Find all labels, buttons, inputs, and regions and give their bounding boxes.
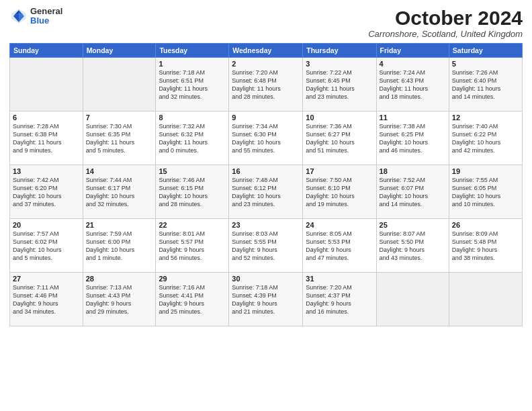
- day-number: 18: [380, 167, 446, 175]
- logo: General Blue: [9, 7, 62, 26]
- day-info: Sunrise: 7:20 AM Sunset: 6:48 PM Dayligh…: [232, 68, 300, 101]
- day-info: Sunrise: 7:52 AM Sunset: 6:07 PM Dayligh…: [380, 176, 446, 209]
- calendar-cell: 2Sunrise: 7:20 AM Sunset: 6:48 PM Daylig…: [229, 58, 303, 111]
- day-number: 3: [306, 60, 373, 68]
- calendar-cell: 21Sunrise: 7:59 AM Sunset: 6:00 PM Dayli…: [83, 219, 156, 273]
- calendar-cell: 3Sunrise: 7:22 AM Sunset: 6:45 PM Daylig…: [303, 58, 376, 111]
- day-number: 4: [380, 60, 446, 68]
- calendar-week-3: 13Sunrise: 7:42 AM Sunset: 6:20 PM Dayli…: [10, 165, 523, 219]
- calendar-week-1: 1Sunrise: 7:18 AM Sunset: 6:51 PM Daylig…: [10, 58, 523, 111]
- day-info: Sunrise: 8:01 AM Sunset: 5:57 PM Dayligh…: [159, 230, 226, 263]
- calendar-cell: 12Sunrise: 7:40 AM Sunset: 6:22 PM Dayli…: [449, 111, 522, 165]
- calendar-week-2: 6Sunrise: 7:28 AM Sunset: 6:38 PM Daylig…: [10, 111, 523, 165]
- calendar-cell: 15Sunrise: 7:46 AM Sunset: 6:15 PM Dayli…: [156, 165, 229, 219]
- calendar-cell: 23Sunrise: 8:03 AM Sunset: 5:55 PM Dayli…: [229, 219, 303, 273]
- calendar-page: General Blue October 2024 Carronshore, S…: [0, 0, 532, 411]
- day-number: 14: [86, 167, 153, 175]
- calendar-cell: 8Sunrise: 7:32 AM Sunset: 6:32 PM Daylig…: [156, 111, 229, 165]
- day-info: Sunrise: 7:46 AM Sunset: 6:15 PM Dayligh…: [159, 176, 226, 209]
- calendar-cell: 19Sunrise: 7:55 AM Sunset: 6:05 PM Dayli…: [449, 165, 522, 219]
- day-info: Sunrise: 7:36 AM Sunset: 6:27 PM Dayligh…: [306, 122, 373, 155]
- calendar-cell: 10Sunrise: 7:36 AM Sunset: 6:27 PM Dayli…: [303, 111, 376, 165]
- day-number: 15: [159, 167, 226, 175]
- day-number: 13: [13, 167, 80, 175]
- header-sunday: Sunday: [10, 44, 83, 58]
- day-info: Sunrise: 8:03 AM Sunset: 5:55 PM Dayligh…: [232, 230, 300, 263]
- header-tuesday: Tuesday: [156, 44, 229, 58]
- day-info: Sunrise: 8:09 AM Sunset: 5:48 PM Dayligh…: [452, 230, 519, 263]
- header-wednesday: Wednesday: [229, 44, 303, 58]
- calendar-cell: 18Sunrise: 7:52 AM Sunset: 6:07 PM Dayli…: [376, 165, 449, 219]
- header-friday: Friday: [376, 44, 449, 58]
- day-number: 20: [13, 221, 80, 229]
- day-number: 1: [159, 60, 226, 68]
- day-info: Sunrise: 7:11 AM Sunset: 4:46 PM Dayligh…: [13, 283, 80, 316]
- day-info: Sunrise: 7:22 AM Sunset: 6:45 PM Dayligh…: [306, 68, 373, 101]
- day-info: Sunrise: 7:26 AM Sunset: 6:40 PM Dayligh…: [452, 68, 519, 101]
- calendar-cell: [10, 58, 83, 111]
- day-number: 19: [452, 167, 519, 175]
- day-number: 28: [86, 275, 153, 283]
- calendar-cell: 27Sunrise: 7:11 AM Sunset: 4:46 PM Dayli…: [10, 273, 83, 326]
- day-info: Sunrise: 8:05 AM Sunset: 5:53 PM Dayligh…: [306, 230, 373, 263]
- calendar-cell: [449, 273, 522, 326]
- day-info: Sunrise: 7:57 AM Sunset: 6:02 PM Dayligh…: [13, 230, 80, 263]
- page-header: General Blue October 2024 Carronshore, S…: [9, 7, 523, 39]
- day-number: 5: [452, 60, 519, 68]
- day-info: Sunrise: 7:32 AM Sunset: 6:32 PM Dayligh…: [159, 122, 226, 155]
- calendar-cell: 29Sunrise: 7:16 AM Sunset: 4:41 PM Dayli…: [156, 273, 229, 326]
- day-number: 11: [380, 113, 446, 122]
- day-number: 22: [159, 221, 226, 229]
- calendar-cell: 1Sunrise: 7:18 AM Sunset: 6:51 PM Daylig…: [156, 58, 229, 111]
- day-number: 29: [159, 275, 226, 283]
- day-number: 16: [232, 167, 300, 175]
- day-number: 6: [13, 113, 80, 122]
- day-info: Sunrise: 7:28 AM Sunset: 6:38 PM Dayligh…: [13, 122, 80, 155]
- calendar-cell: 17Sunrise: 7:50 AM Sunset: 6:10 PM Dayli…: [303, 165, 376, 219]
- calendar-cell: [376, 273, 449, 326]
- calendar-table: Sunday Monday Tuesday Wednesday Thursday…: [9, 43, 523, 326]
- month-title: October 2024: [368, 7, 523, 29]
- calendar-cell: 20Sunrise: 7:57 AM Sunset: 6:02 PM Dayli…: [10, 219, 83, 273]
- calendar-cell: 7Sunrise: 7:30 AM Sunset: 6:35 PM Daylig…: [83, 111, 156, 165]
- day-info: Sunrise: 7:59 AM Sunset: 6:00 PM Dayligh…: [86, 230, 153, 263]
- day-number: 2: [232, 60, 300, 68]
- calendar-week-5: 27Sunrise: 7:11 AM Sunset: 4:46 PM Dayli…: [10, 273, 523, 326]
- day-info: Sunrise: 7:44 AM Sunset: 6:17 PM Dayligh…: [86, 176, 153, 209]
- day-info: Sunrise: 7:18 AM Sunset: 6:51 PM Dayligh…: [159, 68, 226, 101]
- day-number: 9: [232, 113, 300, 122]
- day-info: Sunrise: 7:13 AM Sunset: 4:43 PM Dayligh…: [86, 283, 153, 316]
- day-info: Sunrise: 7:55 AM Sunset: 6:05 PM Dayligh…: [452, 176, 519, 209]
- day-info: Sunrise: 7:48 AM Sunset: 6:12 PM Dayligh…: [232, 176, 300, 209]
- header-monday: Monday: [83, 44, 156, 58]
- day-number: 17: [306, 167, 373, 175]
- calendar-cell: 31Sunrise: 7:20 AM Sunset: 4:37 PM Dayli…: [303, 273, 376, 326]
- day-info: Sunrise: 7:42 AM Sunset: 6:20 PM Dayligh…: [13, 176, 80, 209]
- logo-text: General Blue: [30, 7, 62, 26]
- logo-icon: [9, 7, 28, 26]
- day-number: 7: [86, 113, 153, 122]
- header-row: Sunday Monday Tuesday Wednesday Thursday…: [10, 44, 523, 58]
- logo-blue-text: Blue: [30, 16, 62, 26]
- day-info: Sunrise: 7:24 AM Sunset: 6:43 PM Dayligh…: [380, 68, 446, 101]
- calendar-cell: 6Sunrise: 7:28 AM Sunset: 6:38 PM Daylig…: [10, 111, 83, 165]
- logo-general-text: General: [30, 7, 62, 16]
- day-info: Sunrise: 7:50 AM Sunset: 6:10 PM Dayligh…: [306, 176, 373, 209]
- calendar-cell: 9Sunrise: 7:34 AM Sunset: 6:30 PM Daylig…: [229, 111, 303, 165]
- day-info: Sunrise: 8:07 AM Sunset: 5:50 PM Dayligh…: [380, 230, 446, 263]
- day-number: 25: [380, 221, 446, 229]
- day-info: Sunrise: 7:38 AM Sunset: 6:25 PM Dayligh…: [380, 122, 446, 155]
- day-info: Sunrise: 7:16 AM Sunset: 4:41 PM Dayligh…: [159, 283, 226, 316]
- day-number: 24: [306, 221, 373, 229]
- calendar-cell: 11Sunrise: 7:38 AM Sunset: 6:25 PM Dayli…: [376, 111, 449, 165]
- day-number: 23: [232, 221, 300, 229]
- day-info: Sunrise: 7:18 AM Sunset: 4:39 PM Dayligh…: [232, 283, 300, 316]
- calendar-cell: 26Sunrise: 8:09 AM Sunset: 5:48 PM Dayli…: [449, 219, 522, 273]
- calendar-cell: 24Sunrise: 8:05 AM Sunset: 5:53 PM Dayli…: [303, 219, 376, 273]
- day-number: 21: [86, 221, 153, 229]
- calendar-cell: 5Sunrise: 7:26 AM Sunset: 6:40 PM Daylig…: [449, 58, 522, 111]
- day-number: 30: [232, 275, 300, 283]
- day-number: 31: [306, 275, 373, 283]
- day-info: Sunrise: 7:40 AM Sunset: 6:22 PM Dayligh…: [452, 122, 519, 155]
- location-text: Carronshore, Scotland, United Kingdom: [368, 29, 523, 39]
